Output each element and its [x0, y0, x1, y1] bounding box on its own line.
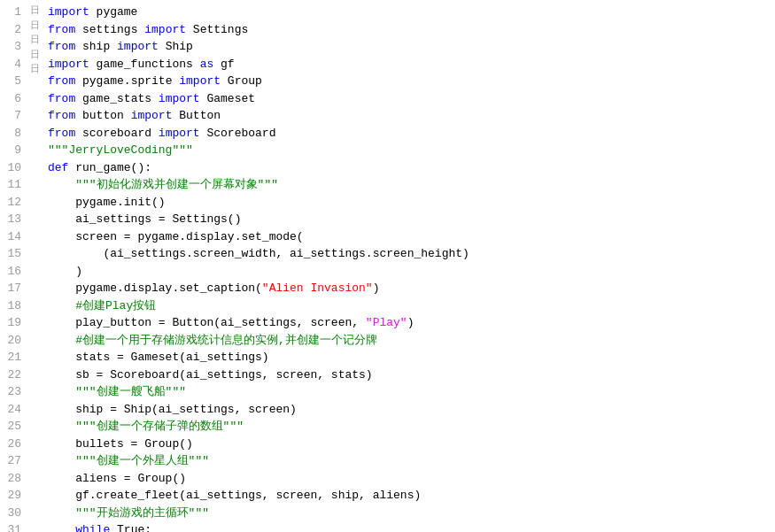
token-plain: ship = Ship(ai_settings, screen): [48, 403, 297, 416]
code-line: """创建一个外星人组""": [48, 452, 768, 470]
line-number: 8: [4, 125, 21, 143]
token-comment: #创建一个用于存储游戏统计信息的实例,并创建一个记分牌: [48, 334, 377, 347]
token-plain: [48, 178, 75, 191]
line-number: 7: [4, 107, 21, 125]
token-docstring-cn: """初始化游戏并创建一个屏幕对象""": [75, 178, 278, 191]
token-docstring-cn: """创建一个存储子弹的数组""": [48, 420, 244, 433]
line-number: 6: [4, 90, 21, 108]
line-number: 26: [4, 436, 21, 453]
line-number: 29: [4, 487, 21, 505]
token-docstring-cn: """创建一艘飞船""": [48, 385, 186, 398]
line-number: 24: [4, 401, 21, 419]
token-plain: game_functions: [89, 58, 200, 71]
token-docstring-cn: """创建一个外星人组""": [48, 454, 209, 467]
code-line: bullets = Group(): [48, 436, 768, 453]
editor: 1234567891011121314151617181920212223242…: [0, 0, 775, 532]
line-number: 13: [4, 211, 21, 228]
code-line: ai_settings = Settings(): [48, 211, 768, 228]
token-kw: import: [131, 109, 173, 122]
token-plain: game_stats: [75, 92, 159, 105]
code-line: play_button = Button(ai_settings, screen…: [48, 314, 768, 332]
line-number: 20: [4, 332, 21, 350]
line-number: 3: [4, 38, 21, 56]
token-kw: import: [48, 58, 89, 71]
line-number: 15: [4, 245, 21, 263]
line-number: 10: [4, 159, 21, 177]
code-line: ): [48, 263, 768, 281]
code-line: from scoreboard import Scoreboard: [48, 125, 768, 143]
token-plain: pygame.sprite: [75, 74, 179, 88]
line-number: 21: [4, 349, 21, 366]
token-plain: Button: [172, 109, 221, 122]
line-number: 23: [4, 383, 21, 401]
token-plain: Ship: [159, 40, 193, 53]
token-plain: run_game():: [68, 161, 151, 174]
code-line: sb = Scoreboard(ai_settings, screen, sta…: [48, 366, 768, 384]
line-number: 27: [4, 452, 21, 470]
token-plain: Group: [221, 74, 262, 88]
line-numbers: 1234567891011121314151617181920212223242…: [0, 0, 28, 532]
token-plain: True:: [110, 523, 151, 532]
token-plain: stats = Gameset(ai_settings): [48, 351, 269, 364]
token-plain: pygame: [89, 5, 138, 19]
token-plain: Gameset: [200, 92, 255, 105]
line-number: 18: [4, 297, 21, 315]
token-plain: [48, 523, 75, 532]
line-number: 25: [4, 418, 21, 436]
token-plain: gf: [213, 58, 234, 71]
token-string-red: "Alien Invasion": [262, 281, 373, 295]
code-line: gf.create_fleet(ai_settings, screen, shi…: [48, 487, 768, 505]
token-docstring: """JerryLoveCoding""": [48, 143, 193, 157]
code-line: import pygame: [48, 4, 768, 21]
line-number: 16: [4, 263, 21, 281]
token-kw: import: [179, 74, 221, 88]
fold-marker[interactable]: 日: [28, 48, 41, 63]
code-line: """初始化游戏并创建一个屏幕对象""": [48, 176, 768, 194]
line-number: 19: [4, 314, 21, 332]
line-number: 2: [4, 21, 21, 39]
token-plain: play_button = Button(ai_settings, screen…: [48, 316, 366, 329]
line-number: 4: [4, 56, 21, 73]
code-line: pygame.init(): [48, 194, 768, 212]
token-kw: import: [144, 23, 186, 36]
token-kw: from: [48, 74, 75, 88]
code-line: from settings import Settings: [48, 21, 768, 39]
code-line: ship = Ship(ai_settings, screen): [48, 401, 768, 419]
token-kw: import: [117, 40, 159, 53]
code-line: from pygame.sprite import Group: [48, 73, 768, 90]
token-plain: (ai_settings.screen_width, ai_settings.s…: [48, 247, 469, 260]
token-plain: pygame.display.set_caption(: [48, 281, 262, 295]
fold-marker[interactable]: 日: [28, 62, 41, 77]
token-plain: scoreboard: [75, 127, 159, 140]
code-line: from button import Button: [48, 107, 768, 125]
token-kw: def: [48, 161, 68, 174]
fold-marker[interactable]: 日: [28, 4, 41, 19]
token-plain: gf.create_fleet(ai_settings, screen, shi…: [48, 489, 421, 502]
token-plain: settings: [75, 23, 144, 36]
code-line: screen = pygame.display.set_mode(: [48, 228, 768, 246]
fold-marker[interactable]: 日: [28, 19, 41, 34]
token-plain: button: [75, 109, 130, 122]
code-line: aliens = Group(): [48, 470, 768, 488]
code-line: pygame.display.set_caption("Alien Invasi…: [48, 280, 768, 297]
line-number: 22: [4, 366, 21, 384]
token-plain: pygame.init(): [48, 196, 166, 209]
token-kw: from: [48, 109, 75, 122]
code-line: #创建Play按钮: [48, 297, 768, 315]
token-plain: ): [48, 265, 82, 278]
fold-marker[interactable]: 日: [28, 33, 41, 48]
token-kw: import: [159, 127, 200, 140]
token-plain: aliens = Group(): [48, 472, 186, 485]
token-plain: ship: [75, 40, 117, 53]
line-number: 1: [4, 4, 21, 21]
code-line: """开始游戏的主循环""": [48, 505, 768, 522]
code-line: while True:: [48, 521, 768, 532]
code-content: import pygamefrom settings import Settin…: [41, 0, 775, 532]
line-number: 30: [4, 505, 21, 522]
token-kw: from: [48, 92, 75, 105]
line-number: 12: [4, 194, 21, 212]
token-plain: Settings: [186, 23, 248, 36]
code-line: """创建一艘飞船""": [48, 383, 768, 401]
fold-gutter: 日日日日日: [28, 0, 41, 532]
line-number: 28: [4, 470, 21, 488]
